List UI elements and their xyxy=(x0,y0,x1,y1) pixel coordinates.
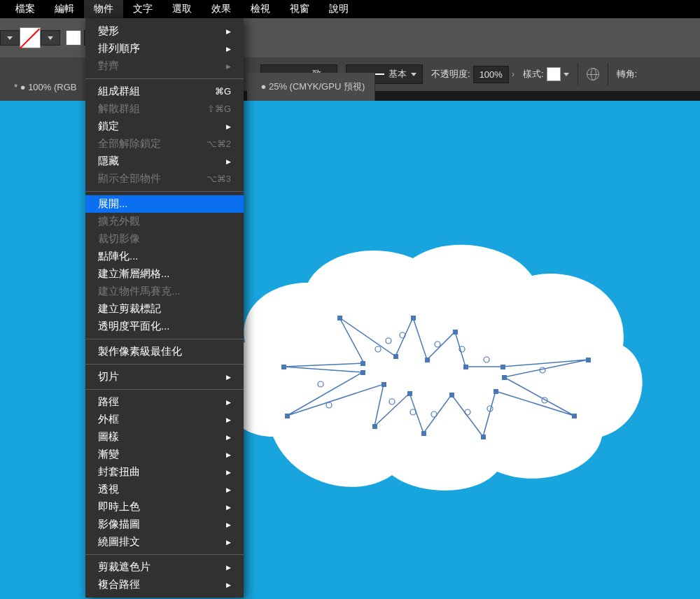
svg-rect-2 xyxy=(337,316,342,320)
menubar-item[interactable]: 物件 xyxy=(84,0,123,18)
menu-item-label: 切片 xyxy=(98,370,119,383)
menu-shortcut: ⌥⌘2 xyxy=(206,139,231,149)
svg-rect-1 xyxy=(360,361,365,366)
menubar-item[interactable]: 文字 xyxy=(123,0,162,18)
menu-item[interactable]: 製作像素級最佳化 xyxy=(85,343,244,360)
stroke-dropdown[interactable] xyxy=(41,30,60,45)
menu-item[interactable]: 外框 xyxy=(85,411,244,428)
menu-item-label: 外框 xyxy=(98,413,119,426)
menu-item[interactable]: 剪裁遮色片 xyxy=(85,558,244,576)
menu-item: 擴充外觀 xyxy=(85,213,244,230)
menu-item-label: 展開... xyxy=(98,197,128,211)
menubar-item[interactable]: 視窗 xyxy=(280,0,319,18)
menu-item-label: 圖樣 xyxy=(98,430,119,444)
menu-item-label: 剪裁遮色片 xyxy=(98,561,150,574)
menu-item[interactable]: 切片 xyxy=(85,368,244,386)
svg-rect-8 xyxy=(500,365,505,369)
menubar-item[interactable]: 說明 xyxy=(319,0,358,18)
document-tab-1[interactable]: * ● 100% (RGB xyxy=(0,73,88,101)
menu-item: 全部解除鎖定⌥⌘2 xyxy=(85,135,244,153)
no-fill-swatch[interactable] xyxy=(20,27,41,48)
menu-item-label: 對齊 xyxy=(98,59,119,73)
menubar-item[interactable]: 檔案 xyxy=(6,0,45,18)
menu-shortcut: ⇧⌘G xyxy=(207,104,231,114)
svg-rect-7 xyxy=(463,365,468,369)
menu-item[interactable]: 路徑 xyxy=(85,393,244,411)
menu-item: 顯示全部物件⌥⌘3 xyxy=(85,170,244,188)
document-tab-2[interactable]: ● 25% (CMYK/GPU 預視) xyxy=(247,73,376,101)
svg-rect-0 xyxy=(281,365,286,369)
menu-item-label: 排列順序 xyxy=(98,42,140,55)
menu-item[interactable]: 複合路徑 xyxy=(85,576,244,593)
menu-item[interactable]: 繞圖排文 xyxy=(85,533,244,551)
menu-item-label: 建立物件馬賽克... xyxy=(98,285,181,298)
svg-rect-10 xyxy=(502,375,507,380)
chevron-down-icon xyxy=(7,36,13,40)
menubar-item[interactable]: 檢視 xyxy=(241,0,280,18)
svg-rect-13 xyxy=(481,435,486,439)
menu-item-label: 漸變 xyxy=(98,448,119,461)
menu-item: 建立物件馬賽克... xyxy=(85,283,244,300)
menu-item-label: 路徑 xyxy=(98,395,119,409)
menu-item[interactable]: 即時上色 xyxy=(85,498,244,516)
artwork-shape[interactable] xyxy=(217,241,644,507)
menu-item-label: 擴充外觀 xyxy=(98,215,140,228)
menu-item-label: 建立漸層網格... xyxy=(98,267,170,281)
svg-rect-16 xyxy=(407,391,412,396)
menu-item[interactable]: 漸變 xyxy=(85,446,244,463)
menu-item-label: 影像描圖 xyxy=(98,518,140,531)
swatch-square[interactable] xyxy=(66,30,81,45)
menu-shortcut: ⌥⌘3 xyxy=(206,174,231,184)
menu-item: 裁切影像 xyxy=(85,230,244,248)
menu-item-label: 點陣化... xyxy=(98,250,139,263)
menu-item-label: 封套扭曲 xyxy=(98,465,140,479)
menu-item[interactable]: 展開... xyxy=(85,195,244,213)
menu-item-label: 變形 xyxy=(98,24,119,38)
menu-item[interactable]: 點陣化... xyxy=(85,248,244,265)
svg-rect-17 xyxy=(372,424,377,429)
menu-item[interactable]: 建立剪裁標記 xyxy=(85,300,244,318)
menu-item-label: 透明度平面化... xyxy=(98,320,170,333)
menu-separator xyxy=(85,191,244,192)
menu-item[interactable]: 組成群組⌘G xyxy=(85,83,244,100)
menu-shortcut: ⌘G xyxy=(215,86,231,97)
menu-separator xyxy=(85,554,244,555)
menubar-item[interactable]: 編輯 xyxy=(45,0,84,18)
menu-item-label: 鎖定 xyxy=(98,120,119,133)
tab-label: * ● 100% (RGB xyxy=(14,82,77,92)
menu-item-label: 隱藏 xyxy=(98,155,119,168)
menu-separator xyxy=(85,364,244,365)
tab-label: ● 25% (CMYK/GPU 預視) xyxy=(261,80,365,93)
menubar-item[interactable]: 選取 xyxy=(162,0,202,18)
svg-rect-15 xyxy=(421,431,426,436)
menu-item[interactable]: 建立漸層網格... xyxy=(85,265,244,283)
menu-item-label: 建立剪裁標記 xyxy=(98,302,161,316)
menu-separator xyxy=(85,78,244,79)
object-menu-dropdown: 變形排列順序對齊組成群組⌘G解散群組⇧⌘G鎖定全部解除鎖定⌥⌘2隱藏顯示全部物件… xyxy=(85,18,244,598)
svg-rect-9 xyxy=(586,358,591,362)
menu-item-label: 繞圖排文 xyxy=(98,535,140,549)
menu-item-label: 製作像素級最佳化 xyxy=(98,345,182,358)
svg-rect-19 xyxy=(285,414,290,418)
menubar-item[interactable]: 效果 xyxy=(202,0,241,18)
menu-item[interactable]: 影像描圖 xyxy=(85,516,244,533)
menu-item[interactable]: 透視 xyxy=(85,481,244,498)
menu-item[interactable]: 變形 xyxy=(85,22,244,40)
svg-rect-11 xyxy=(572,414,577,418)
menu-item[interactable]: 封套扭曲 xyxy=(85,463,244,481)
fill-dropdown[interactable] xyxy=(0,30,20,45)
svg-rect-14 xyxy=(449,393,454,397)
menu-item[interactable]: 透明度平面化... xyxy=(85,318,244,335)
menu-item[interactable]: 鎖定 xyxy=(85,118,244,135)
menu-item-label: 裁切影像 xyxy=(98,232,140,246)
menu-item[interactable]: 排列順序 xyxy=(85,40,244,57)
menu-separator xyxy=(85,389,244,390)
menu-item-label: 組成群組 xyxy=(98,85,140,98)
menubar: 檔案編輯物件文字選取效果檢視視窗說明 xyxy=(0,0,700,18)
chevron-down-icon xyxy=(48,36,53,40)
menu-item[interactable]: 圖樣 xyxy=(85,428,244,446)
svg-rect-18 xyxy=(382,382,386,387)
svg-rect-20 xyxy=(360,370,365,375)
menu-item-label: 複合路徑 xyxy=(98,578,140,591)
menu-item[interactable]: 隱藏 xyxy=(85,153,244,170)
